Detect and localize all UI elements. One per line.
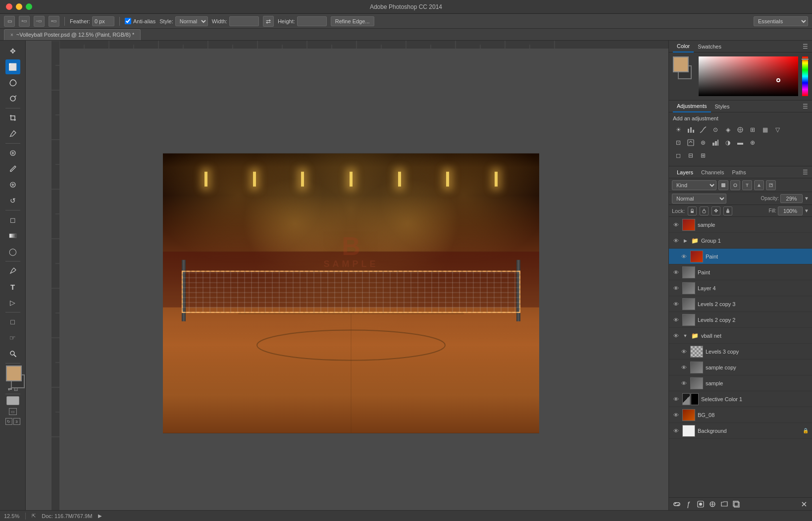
new-selection-btn[interactable]: ▭ <box>4 16 15 27</box>
eyedropper-tool-btn[interactable] <box>5 126 20 141</box>
layer-item-group1[interactable]: 👁 ▶ 📁 Group 1 <box>669 233 812 249</box>
kind-filter-select[interactable]: Kind <box>672 180 716 190</box>
lock-position-btn[interactable]: ✥ <box>711 207 720 215</box>
quick-mask-btn[interactable] <box>6 396 19 405</box>
marquee-tool-btn[interactable]: ⬜ <box>5 59 20 74</box>
path-select-btn[interactable]: ▷ <box>5 295 20 310</box>
styles-tab[interactable]: Styles <box>711 101 734 112</box>
layer-visibility-toggle[interactable]: 👁 <box>672 411 680 419</box>
color-tab[interactable]: Color <box>673 41 694 52</box>
refine-edge-button[interactable]: Refine Edge... <box>331 16 374 26</box>
layers-list[interactable]: 👁 sample 👁 ▶ 📁 Group 1 👁 Paint <box>669 217 812 497</box>
maximize-button[interactable] <box>26 3 32 10</box>
color-swatches[interactable] <box>6 365 20 379</box>
dodge-tool-btn[interactable]: ◯ <box>5 244 20 259</box>
layer-item-layer4[interactable]: 👁 Layer 4 <box>669 280 812 296</box>
type-tool-btn[interactable]: T <box>5 279 20 294</box>
fill-dropdown-icon[interactable]: ▼ <box>804 208 809 213</box>
layer-item-levels2copy3[interactable]: 👁 Levels 2 copy 3 <box>669 296 812 312</box>
layer-visibility-toggle[interactable]: 👁 <box>680 379 688 387</box>
3d-btn[interactable]: 3 <box>13 418 20 425</box>
layer-item-bg08[interactable]: 👁 BG_08 <box>669 407 812 423</box>
healing-brush-btn[interactable] <box>5 146 20 160</box>
tab-close[interactable]: × <box>10 32 13 38</box>
color-picker[interactable] <box>699 56 798 96</box>
lock-all-btn[interactable] <box>723 207 732 215</box>
shape-filter-btn[interactable] <box>754 180 764 190</box>
layer-item-levels2copy2[interactable]: 👁 Levels 2 copy 2 <box>669 312 812 328</box>
layer-visibility-toggle[interactable]: 👁 <box>672 300 680 308</box>
layer-visibility-toggle[interactable]: 👁 <box>672 268 680 276</box>
feather-input[interactable] <box>92 16 114 26</box>
color-picker-gradient[interactable] <box>699 56 798 96</box>
photo-filter-adj-icon[interactable]: ▽ <box>772 124 783 135</box>
layer-visibility-toggle[interactable]: 👁 <box>672 221 680 229</box>
adjust-filter-btn[interactable] <box>730 180 740 190</box>
brush-tool-btn[interactable] <box>5 161 20 176</box>
swatches-tab[interactable]: Swatches <box>694 41 725 52</box>
link-layers-btn[interactable] <box>672 499 682 509</box>
adjustments-tab[interactable]: Adjustments <box>673 101 711 112</box>
pattern-adj-icon[interactable]: ⊞ <box>698 150 709 161</box>
selective-color-adj-icon[interactable]: ⊕ <box>747 137 758 148</box>
layers-tab[interactable]: Layers <box>673 166 697 178</box>
bw-adj-icon[interactable]: ▦ <box>760 124 770 135</box>
minimize-button[interactable] <box>16 3 22 10</box>
brightness-adj-icon[interactable]: ☀ <box>673 124 684 135</box>
eraser-tool-btn[interactable]: ◻ <box>5 212 20 227</box>
smart-filter-adj-icon[interactable]: ⊟ <box>685 150 696 161</box>
threshold-adj-icon[interactable]: ◑ <box>722 137 733 148</box>
rotate-view-btn[interactable]: ↻ <box>5 418 12 425</box>
exposure-adj-icon[interactable]: ⊙ <box>710 124 721 135</box>
anti-alias-checkbox[interactable] <box>125 18 131 24</box>
history-brush-btn[interactable]: ↺ <box>5 193 20 208</box>
layer-item-sample-inner[interactable]: 👁 sample <box>669 375 812 391</box>
layer-visibility-toggle[interactable]: 👁 <box>672 332 680 340</box>
move-tool-btn[interactable]: ✥ <box>5 44 20 58</box>
crop-tool-btn[interactable] <box>5 110 20 125</box>
smart-filter-btn[interactable] <box>766 180 776 190</box>
vibrance-adj-icon[interactable]: ◈ <box>722 124 733 135</box>
style-select[interactable]: Normal <box>175 16 208 26</box>
layer-visibility-toggle[interactable]: 👁 <box>680 364 688 371</box>
zoom-tool-btn[interactable] <box>5 346 20 361</box>
foreground-color-swatch[interactable] <box>673 56 689 72</box>
layer-item-sample-copy[interactable]: 👁 sample copy <box>669 360 812 375</box>
type-filter-btn[interactable]: T <box>742 180 752 190</box>
anti-alias-option[interactable]: Anti-alias <box>125 18 155 24</box>
doc-size-arrow[interactable]: ▶ <box>98 513 102 519</box>
gradient-tool-btn[interactable] <box>5 228 20 243</box>
width-input[interactable] <box>229 16 259 26</box>
close-button[interactable] <box>6 3 12 10</box>
layer-item-selective-color[interactable]: 👁 Selective Color 1 <box>669 391 812 407</box>
create-fill-adj-btn[interactable] <box>708 499 717 509</box>
canvas-image[interactable]: B SAMPLE <box>163 154 539 433</box>
layer-expand-arrow[interactable]: ▶ <box>682 238 688 244</box>
fill-input[interactable] <box>778 207 803 215</box>
new-group-btn[interactable] <box>719 499 729 509</box>
color-lookup-adj-icon[interactable] <box>685 137 696 148</box>
channels-tab[interactable]: Channels <box>697 166 728 178</box>
layer-visibility-toggle[interactable]: 👁 <box>672 316 680 324</box>
workspace-select[interactable]: Essentials <box>754 16 808 26</box>
layer-visibility-toggle[interactable]: 👁 <box>672 237 680 245</box>
layer-item-sample-top[interactable]: 👁 sample <box>669 217 812 233</box>
swap-dimensions-btn[interactable]: ⇄ <box>263 16 274 27</box>
add-style-btn[interactable]: ƒ <box>684 499 694 509</box>
height-input[interactable] <box>297 16 327 26</box>
layer-visibility-toggle[interactable]: 👁 <box>672 284 680 292</box>
clone-stamp-btn[interactable] <box>5 177 20 192</box>
quick-select-tool-btn[interactable] <box>5 91 20 106</box>
document-tab[interactable]: × ~Volleyball Poster.psd @ 12.5% (Paint,… <box>4 29 141 40</box>
color-hue-bar[interactable] <box>802 56 808 96</box>
layers-panel-menu[interactable]: ☰ <box>803 169 808 176</box>
subtract-selection-btn[interactable]: −▭ <box>34 16 45 27</box>
window-controls[interactable] <box>6 3 32 10</box>
blend-mode-select[interactable]: Normal Multiply Screen Overlay <box>672 194 726 204</box>
hand-tool-btn[interactable]: ☞ <box>5 330 20 345</box>
lock-image-btn[interactable] <box>700 207 709 215</box>
layer-visibility-toggle[interactable]: 👁 <box>672 427 680 435</box>
layer-visibility-toggle[interactable]: 👁 <box>672 395 680 403</box>
delete-layer-btn[interactable] <box>799 499 809 509</box>
color-balance-adj-icon[interactable]: ⊞ <box>747 124 758 135</box>
